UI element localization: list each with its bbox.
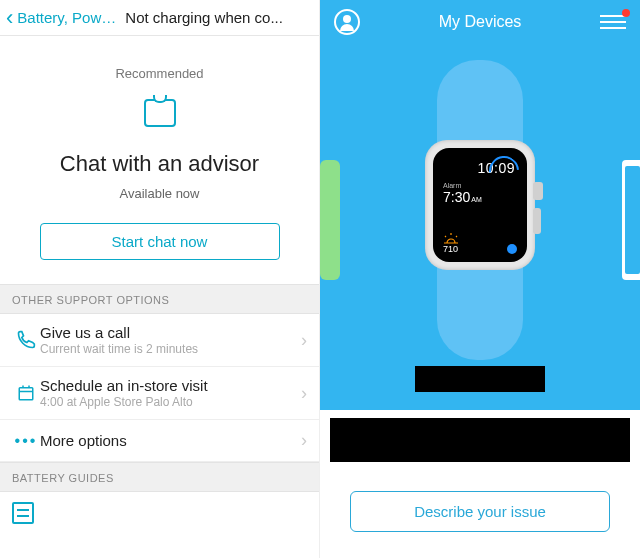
- device-band-green[interactable]: [320, 160, 340, 280]
- my-devices-pane: My Devices 10:09: [320, 0, 640, 558]
- profile-icon[interactable]: [334, 9, 360, 35]
- devices-hero: My Devices 10:09: [320, 0, 640, 410]
- battery-guides-header: BATTERY GUIDES: [0, 462, 319, 492]
- watch-face: 10:09 Alarm 7:30AM 710: [433, 148, 527, 262]
- option-store-visit[interactable]: Schedule an in-store visit 4:00 at Apple…: [0, 367, 319, 420]
- start-chat-button[interactable]: Start chat now: [40, 223, 280, 260]
- watch-side-button: [533, 208, 541, 234]
- notification-badge: [622, 9, 630, 17]
- watch-low-temp: 710: [443, 244, 459, 254]
- chat-advisor-title: Chat with an advisor: [20, 151, 299, 176]
- watch-complication-dot: [507, 244, 517, 254]
- other-options-header: OTHER SUPPORT OPTIONS: [0, 284, 319, 314]
- redacted-bar: [330, 418, 630, 462]
- devices-title: My Devices: [439, 13, 522, 31]
- device-carousel[interactable]: 10:09 Alarm 7:30AM 710: [320, 60, 640, 360]
- guide-row[interactable]: [0, 492, 319, 534]
- device-apple-watch[interactable]: 10:09 Alarm 7:30AM 710: [395, 60, 565, 360]
- describe-issue-button[interactable]: Describe your issue: [350, 491, 610, 532]
- redacted-device-name: [415, 366, 545, 392]
- devices-nav: My Devices: [320, 0, 640, 44]
- option-call[interactable]: Give us a call Current wait time is 2 mi…: [0, 314, 319, 367]
- recommended-card: Recommended Chat with an advisor Availab…: [0, 36, 319, 284]
- phone-icon: [12, 330, 40, 350]
- document-icon: [12, 502, 34, 524]
- recommended-label: Recommended: [20, 66, 299, 81]
- option-more[interactable]: ••• More options ›: [0, 420, 319, 462]
- calendar-icon: [12, 384, 40, 402]
- option-store-title: Schedule an in-store visit: [40, 377, 301, 394]
- availability-label: Available now: [20, 186, 299, 201]
- chevron-right-icon: ›: [301, 383, 307, 404]
- option-more-title: More options: [40, 432, 301, 449]
- option-store-sub: 4:00 at Apple Store Palo Alto: [40, 395, 301, 409]
- nav-bar: ‹ Battery, Power... Not charging when co…: [0, 0, 319, 36]
- svg-rect-0: [19, 388, 33, 400]
- watch-crown: [533, 182, 543, 200]
- watch-alarm-time: 7:30AM: [443, 189, 517, 205]
- menu-icon[interactable]: [600, 13, 626, 31]
- back-chevron-icon[interactable]: ‹: [6, 7, 13, 29]
- option-call-sub: Current wait time is 2 minutes: [40, 342, 301, 356]
- option-call-title: Give us a call: [40, 324, 301, 341]
- page-title: Not charging when co...: [125, 9, 313, 26]
- advisor-shirt-icon: [140, 99, 180, 137]
- sunrise-icon: 710: [443, 232, 459, 254]
- support-detail-pane: ‹ Battery, Power... Not charging when co…: [0, 0, 320, 558]
- more-dots-icon: •••: [12, 432, 40, 450]
- back-label[interactable]: Battery, Power...: [17, 9, 117, 26]
- device-ipad-peek[interactable]: [622, 160, 640, 280]
- chevron-right-icon: ›: [301, 430, 307, 451]
- chevron-right-icon: ›: [301, 330, 307, 351]
